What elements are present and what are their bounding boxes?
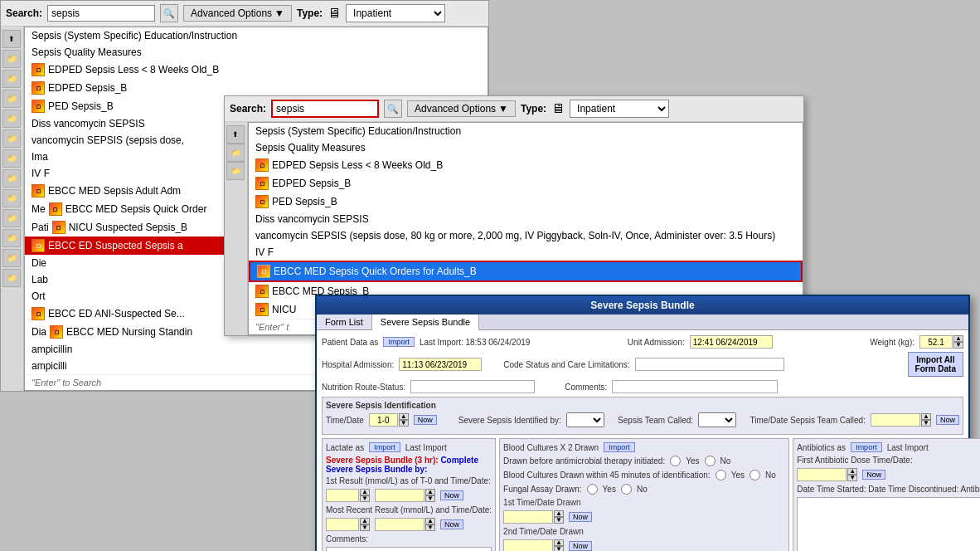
patient-import-button[interactable]: Import: [383, 337, 415, 347]
nav-icon-w2-3[interactable]: 📁: [226, 162, 245, 180]
list-item[interactable]: Sepsis (System Specific) Education/Instr…: [25, 27, 488, 44]
result1-label: 1st Result (mmol/L) as of T-0 and Time/D…: [326, 476, 491, 485]
nav-icon-9[interactable]: 📁: [2, 189, 21, 207]
list-item[interactable]: 🗒 EDPED Sepsis Less < 8 Weeks Old_B: [25, 61, 488, 79]
list-item[interactable]: 🗒 EDPED Sepsis Less < 8 Weeks Old_B: [249, 156, 803, 174]
weight-down-btn[interactable]: ▼: [953, 342, 963, 349]
ab-down[interactable]: ▼: [847, 475, 857, 481]
fungal-yes-radio[interactable]: [587, 484, 598, 495]
advanced-options-button-w1[interactable]: Advanced Options ▼: [183, 5, 292, 22]
import-all-button[interactable]: Import AllForm Data: [908, 352, 963, 377]
item-label: vancomycin SEPSIS (sepsis dose, 80 kg or…: [255, 230, 775, 241]
fungal-no-radio[interactable]: [621, 484, 632, 495]
list-item[interactable]: 🗒 PED Sepsis_B: [249, 193, 803, 211]
list-item[interactable]: Sepsis Quality Measures: [249, 139, 803, 156]
t1-down[interactable]: ▼: [425, 495, 435, 502]
code-status-input[interactable]: [635, 358, 784, 371]
bcw-yes-radio[interactable]: [716, 470, 726, 480]
bc-t1-input[interactable]: [503, 510, 553, 524]
r1-down[interactable]: ▼: [360, 495, 370, 502]
recent-time-input[interactable]: [375, 518, 425, 531]
nav-icon-3[interactable]: 📁: [2, 70, 21, 88]
item-label: Sepsis (System Specific) Education/Instr…: [32, 30, 237, 41]
type-select-w1[interactable]: Inpatient: [346, 4, 445, 22]
nav-icon-2[interactable]: 📁: [2, 50, 21, 68]
nav-icon-12[interactable]: 📁: [2, 249, 21, 267]
bc-t2-now[interactable]: Now: [569, 541, 592, 551]
nav-icon-5[interactable]: 📁: [2, 110, 21, 128]
rec-down[interactable]: ▼: [360, 524, 370, 531]
ab-import-btn[interactable]: Import: [851, 442, 882, 452]
identified-by-select[interactable]: [566, 412, 604, 427]
team-called-label: Sepsis Team Called:: [618, 416, 693, 425]
team-time-down[interactable]: ▼: [921, 420, 931, 427]
comments-input[interactable]: [612, 380, 778, 393]
hospital-adm-input[interactable]: [399, 358, 482, 371]
list-item[interactable]: Sepsis (System Specific) Education/Instr…: [249, 123, 803, 139]
time-input[interactable]: [369, 413, 398, 427]
antibiotics-textarea[interactable]: [797, 497, 980, 551]
bc-time1-row: 1st Time/Date Drawn: [503, 498, 785, 507]
weight-label: Weight (kg):: [870, 338, 915, 347]
team-time-input[interactable]: [871, 413, 920, 427]
nutrition-input[interactable]: [410, 380, 535, 393]
time-down[interactable]: ▼: [399, 420, 409, 427]
nav-icon-13[interactable]: 📁: [2, 269, 21, 287]
nav-icon-10[interactable]: 📁: [2, 209, 21, 227]
bc-time2-label: 2nd Time/Date Drawn: [503, 527, 584, 536]
ab-now[interactable]: Now: [862, 470, 885, 480]
result1-now[interactable]: Now: [440, 490, 463, 500]
order-icon: 🗒: [32, 239, 45, 252]
lactate-import-btn[interactable]: Import: [369, 442, 400, 452]
tab-severe-sepsis[interactable]: Severe Sepsis Bundle: [372, 315, 479, 330]
bc-yes-radio[interactable]: [670, 456, 681, 466]
time1-input[interactable]: [375, 489, 425, 502]
window3-title: Severe Sepsis Bundle: [590, 300, 694, 311]
team-called-select[interactable]: [698, 412, 736, 427]
nav-icon-4[interactable]: 📁: [2, 90, 21, 108]
nav-icon-1[interactable]: ⬆: [2, 30, 21, 48]
search-button-w1[interactable]: 🔍: [160, 4, 178, 22]
type-select-w2[interactable]: Inpatient: [570, 100, 669, 118]
bc-import-btn[interactable]: Import: [604, 442, 635, 452]
recent-now[interactable]: Now: [440, 519, 463, 529]
team-now-button[interactable]: Now: [936, 415, 959, 425]
nav-icon-11[interactable]: 📁: [2, 229, 21, 247]
bc-t2-input[interactable]: [503, 539, 553, 551]
list-item[interactable]: IV F: [249, 244, 803, 261]
search-input-w1[interactable]: [47, 5, 155, 22]
list-item[interactable]: Sepsis Quality Measures: [25, 44, 488, 61]
unit-admission-input[interactable]: [690, 335, 773, 349]
result1-input[interactable]: [326, 489, 359, 502]
time-now-button[interactable]: Now: [414, 415, 437, 425]
bt1-down[interactable]: ▼: [554, 517, 564, 524]
bc-no-lbl: No: [720, 456, 731, 466]
rt-down[interactable]: ▼: [425, 524, 435, 531]
lactate-comments-textarea[interactable]: [326, 547, 492, 551]
list-item[interactable]: 🗒 EDPED Sepsis_B: [25, 79, 488, 97]
search-input-w2[interactable]: [271, 100, 379, 118]
tab-form-list[interactable]: Form List: [317, 315, 372, 329]
weight-input[interactable]: [919, 335, 953, 349]
nav-icon-w2-2[interactable]: 📁: [226, 144, 245, 162]
search-button-w2[interactable]: 🔍: [384, 100, 402, 118]
list-item[interactable]: Diss vancomycin SEPSIS: [249, 211, 803, 227]
item-label: IV F: [255, 246, 274, 258]
advanced-options-button-w2[interactable]: Advanced Options ▼: [407, 100, 516, 117]
nav-icon-6[interactable]: 📁: [2, 129, 21, 148]
list-item-selected[interactable]: 🗒 EBCC MED Sepsis Quick Orders for Adult…: [249, 261, 803, 282]
ab-input[interactable]: [797, 468, 847, 481]
order-icon: 🗒: [257, 265, 270, 278]
list-item[interactable]: 🗒 EDPED Sepsis_B: [249, 174, 803, 193]
search-label-w1: Search:: [6, 7, 42, 19]
nav-icon-w2-1[interactable]: ⬆: [226, 125, 245, 144]
item-label: NICU Suspected Sepsis_B: [69, 222, 187, 233]
bc-t1-now[interactable]: Now: [569, 512, 592, 522]
nav-icon-7[interactable]: 📁: [2, 149, 21, 168]
nav-icon-8[interactable]: 📁: [2, 169, 21, 188]
recent-input[interactable]: [326, 518, 359, 531]
bc-no-radio[interactable]: [705, 456, 716, 466]
list-item[interactable]: vancomycin SEPSIS (sepsis dose, 80 kg or…: [249, 227, 803, 244]
bcw-no-radio[interactable]: [750, 470, 760, 480]
bt2-down[interactable]: ▼: [554, 546, 564, 551]
